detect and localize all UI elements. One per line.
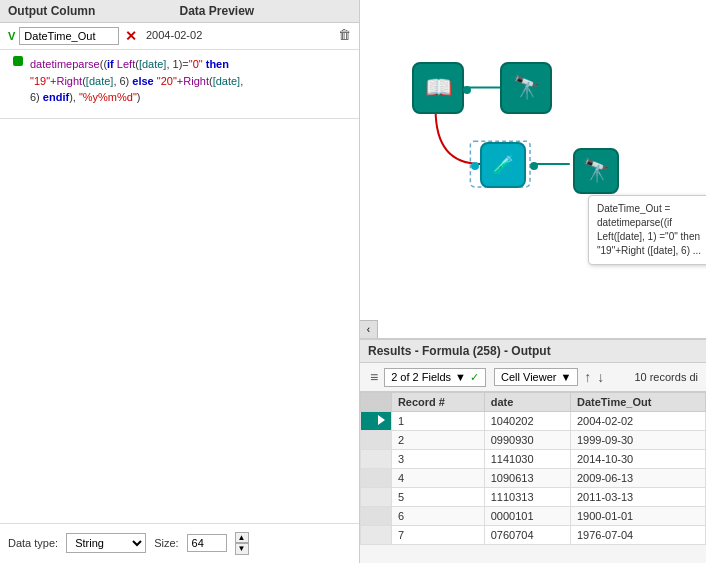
formula-format-string: "%y%m%d" xyxy=(79,91,137,103)
formula-right-dot xyxy=(530,162,538,170)
output-col-name: V ✕ xyxy=(8,27,138,45)
formula-dot-icon xyxy=(13,56,23,66)
formula-comma1: , 1)= xyxy=(166,58,188,70)
row-indicator-cell xyxy=(361,450,392,469)
formula-endif-keyword: endif xyxy=(43,91,69,103)
spinner-down-button[interactable]: ▼ xyxy=(235,543,249,555)
field-name-input[interactable] xyxy=(19,27,119,45)
results-title-bar: Results - Formula (258) - Output xyxy=(360,340,706,363)
fields-dropdown[interactable]: 2 of 2 Fields ▼ ✓ xyxy=(384,368,486,387)
records-count-label: 10 records di xyxy=(634,371,698,383)
row-number-cell: 1 xyxy=(391,412,484,431)
formula-spacer xyxy=(0,119,359,523)
size-spinner[interactable]: ▲ ▼ xyxy=(235,532,249,555)
formula-text-area[interactable]: datetimeparse((if Left([date], 1)="0" th… xyxy=(28,54,351,114)
formula-row: V ✕ 2004-02-02 🗑 xyxy=(0,23,359,50)
size-label: Size: xyxy=(154,537,178,549)
output-column-header: Output Column xyxy=(8,4,180,18)
table-row[interactable]: 209909301999-09-30 xyxy=(361,431,706,450)
datetime-out-cell: 1976-07-04 xyxy=(570,526,705,545)
fields-list-icon[interactable]: ≡ xyxy=(368,367,380,387)
sort-desc-button[interactable]: ↓ xyxy=(597,369,604,385)
formula-right-func1: Right xyxy=(56,75,82,87)
formula-date-field3: [date] xyxy=(213,75,241,87)
data-preview-header: Data Preview xyxy=(180,4,352,18)
row-indicator-cell xyxy=(361,412,392,431)
results-panel: Results - Formula (258) - Output ≡ 2 of … xyxy=(360,340,706,563)
date-cell: 1040202 xyxy=(484,412,570,431)
record-label-header: Record # xyxy=(391,393,484,412)
tooltip-text: DateTime_Out = datetimeparse((if Left([d… xyxy=(597,203,701,256)
row-number-cell: 4 xyxy=(391,469,484,488)
spinner-up-button[interactable]: ▲ xyxy=(235,532,249,544)
formula-left-func: Left xyxy=(117,58,135,70)
table-row[interactable]: 110402022004-02-02 xyxy=(361,412,706,431)
date-cell: 1110313 xyxy=(484,488,570,507)
date-header: date xyxy=(484,393,570,412)
data-type-row: Data type: String Number DateTime Size: … xyxy=(0,523,359,563)
sort-asc-button[interactable]: ↑ xyxy=(584,369,591,385)
table-header-row: Record # date DateTime_Out xyxy=(361,393,706,412)
formula-icon-col xyxy=(8,54,28,114)
scroll-left-button[interactable]: ‹ xyxy=(360,320,378,338)
table-row[interactable]: 707607041976-07-04 xyxy=(361,526,706,545)
row-indicator-cell xyxy=(361,526,392,545)
binoculars-node-1[interactable]: 🔭 xyxy=(500,62,552,114)
datetime-out-cell: 2014-10-30 xyxy=(570,450,705,469)
binoculars-node-1-box: 🔭 xyxy=(500,62,552,114)
record-num-header xyxy=(361,393,392,412)
close-icon[interactable]: ✕ xyxy=(125,28,137,44)
datetime-out-cell: 2011-03-13 xyxy=(570,488,705,507)
formula-editor-row: datetimeparse((if Left([date], 1)="0" th… xyxy=(0,50,359,119)
cell-viewer-label: Cell Viewer xyxy=(501,371,556,383)
datetime-out-header: DateTime_Out xyxy=(570,393,705,412)
preview-value: 2004-02-02 xyxy=(142,27,334,43)
date-cell: 1090613 xyxy=(484,469,570,488)
date-cell: 1141030 xyxy=(484,450,570,469)
row-indicator-cell xyxy=(361,431,392,450)
cell-viewer-arrow-icon: ▼ xyxy=(560,371,571,383)
date-cell: 0760704 xyxy=(484,526,570,545)
check-icon: ✓ xyxy=(470,371,479,384)
binoculars-node-2[interactable]: 🔭 xyxy=(573,148,619,194)
formula-string2: "19" xyxy=(30,75,50,87)
canvas-area: 📖 🔭 🧪 🔭 DateTime_Out xyxy=(360,0,706,340)
left-panel: Output Column Data Preview V ✕ 2004-02-0… xyxy=(0,0,360,563)
formula-comma2: , 6) xyxy=(113,75,132,87)
row-indicator-cell xyxy=(361,469,392,488)
size-input[interactable] xyxy=(187,534,227,552)
book-node-box: 📖 xyxy=(412,62,464,114)
row-number-cell: 2 xyxy=(391,431,484,450)
table-row[interactable]: 410906132009-06-13 xyxy=(361,469,706,488)
row-indicator-icon xyxy=(378,415,385,425)
fields-count-label: 2 of 2 Fields xyxy=(391,371,451,383)
formula-string3: "20" xyxy=(157,75,177,87)
data-type-select[interactable]: String Number DateTime xyxy=(66,533,146,553)
formula-then-keyword: then xyxy=(206,58,229,70)
cell-viewer-dropdown[interactable]: Cell Viewer ▼ xyxy=(494,368,578,386)
row-number-cell: 6 xyxy=(391,507,484,526)
formula-right-func2: Right xyxy=(183,75,209,87)
table-row[interactable]: 311410302014-10-30 xyxy=(361,450,706,469)
book-node[interactable]: 📖 xyxy=(412,62,464,114)
formula-6: 6) xyxy=(30,91,43,103)
results-toolbar: ≡ 2 of 2 Fields ▼ ✓ Cell Viewer ▼ ↑ ↓ 10… xyxy=(360,363,706,392)
table-row[interactable]: 600001011900-01-01 xyxy=(361,507,706,526)
trash-icon[interactable]: 🗑 xyxy=(338,27,351,42)
formula-close1: ), xyxy=(69,91,79,103)
column-headers: Output Column Data Preview xyxy=(0,0,359,23)
formula-node-box: 🧪 xyxy=(480,142,526,188)
formula-close2: ) xyxy=(137,91,141,103)
formula-string1: "0" xyxy=(189,58,203,70)
datetime-out-cell: 2009-06-13 xyxy=(570,469,705,488)
formula-date-field2: [date] xyxy=(86,75,114,87)
row-number-cell: 7 xyxy=(391,526,484,545)
formula-node[interactable]: 🧪 xyxy=(480,142,526,188)
table-row[interactable]: 511103132011-03-13 xyxy=(361,488,706,507)
results-table-wrap[interactable]: Record # date DateTime_Out 110402022004-… xyxy=(360,392,706,563)
results-table: Record # date DateTime_Out 110402022004-… xyxy=(360,392,706,545)
row-number-cell: 5 xyxy=(391,488,484,507)
date-cell: 0990930 xyxy=(484,431,570,450)
formula-else-keyword: else xyxy=(132,75,153,87)
formula-func-text: datetimeparse xyxy=(30,58,100,70)
